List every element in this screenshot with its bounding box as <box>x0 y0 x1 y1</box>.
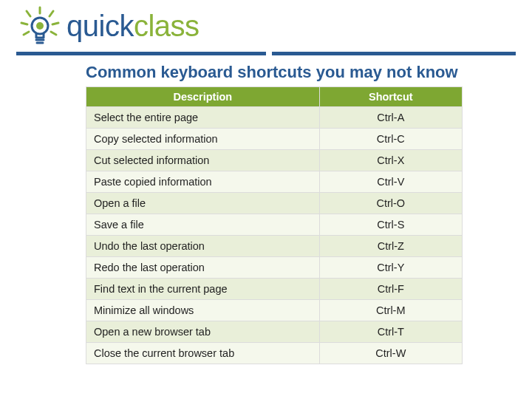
brand-part1: quick <box>66 10 134 42</box>
lightbulb-icon <box>16 5 64 47</box>
page-title: Common keyboard shortcuts you may not kn… <box>86 63 532 82</box>
table-row: Redo the last operationCtrl-Y <box>86 257 463 279</box>
cell-shortcut: Ctrl-M <box>319 300 462 321</box>
cell-description: Save a file <box>86 214 320 236</box>
cell-shortcut: Ctrl-S <box>319 214 462 236</box>
cell-description: Minimize all windows <box>86 300 320 321</box>
table-row: Select the entire pageCtrl-A <box>86 107 463 129</box>
cell-shortcut: Ctrl-O <box>319 193 462 214</box>
cell-shortcut: Ctrl-A <box>319 107 462 129</box>
svg-point-8 <box>36 22 44 30</box>
cell-shortcut: Ctrl-W <box>319 343 462 364</box>
cell-description: Paste copied information <box>86 171 320 193</box>
cell-description: Find text in the current page <box>86 279 320 300</box>
svg-line-1 <box>27 11 30 16</box>
col-header-shortcut: Shortcut <box>319 87 462 107</box>
cell-shortcut: Ctrl-C <box>319 129 462 150</box>
svg-line-3 <box>21 23 27 24</box>
table-row: Save a fileCtrl-S <box>86 214 463 236</box>
cell-description: Copy selected information <box>86 129 320 150</box>
shortcuts-table: Description Shortcut Select the entire p… <box>86 86 463 364</box>
cell-shortcut: Ctrl-T <box>319 321 462 343</box>
table-row: Open a fileCtrl-O <box>86 193 463 214</box>
cell-shortcut: Ctrl-X <box>319 150 462 171</box>
table-row: Find text in the current pageCtrl-F <box>86 279 463 300</box>
table-row: Close the current browser tabCtrl-W <box>86 343 463 364</box>
cell-description: Close the current browser tab <box>86 343 320 364</box>
brand-wordmark: quickclass <box>66 10 200 43</box>
table-row: Open a new browser tabCtrl-T <box>86 321 463 343</box>
table-row: Cut selected informationCtrl-X <box>86 150 463 171</box>
cell-description: Open a file <box>86 193 320 214</box>
svg-line-2 <box>50 11 53 16</box>
table-row: Paste copied informationCtrl-V <box>86 171 463 193</box>
table-header-row: Description Shortcut <box>86 87 463 107</box>
table-row: Undo the last operationCtrl-Z <box>86 236 463 257</box>
cell-description: Cut selected information <box>86 150 320 171</box>
cell-shortcut: Ctrl-Y <box>319 257 462 279</box>
cell-description: Redo the last operation <box>86 257 320 279</box>
brand-header: quickclass <box>0 0 532 52</box>
table-row: Minimize all windowsCtrl-M <box>86 300 463 321</box>
svg-line-5 <box>24 32 29 35</box>
cell-description: Select the entire page <box>86 107 320 129</box>
cell-description: Open a new browser tab <box>86 321 320 343</box>
cell-shortcut: Ctrl-V <box>319 171 462 193</box>
svg-line-6 <box>51 32 56 35</box>
svg-line-4 <box>52 23 58 24</box>
cell-shortcut: Ctrl-F <box>319 279 462 300</box>
col-header-description: Description <box>86 87 320 107</box>
cell-shortcut: Ctrl-Z <box>319 236 462 257</box>
header-divider <box>16 52 516 55</box>
brand-part2: class <box>134 10 200 42</box>
cell-description: Undo the last operation <box>86 236 320 257</box>
table-row: Copy selected informationCtrl-C <box>86 129 463 150</box>
